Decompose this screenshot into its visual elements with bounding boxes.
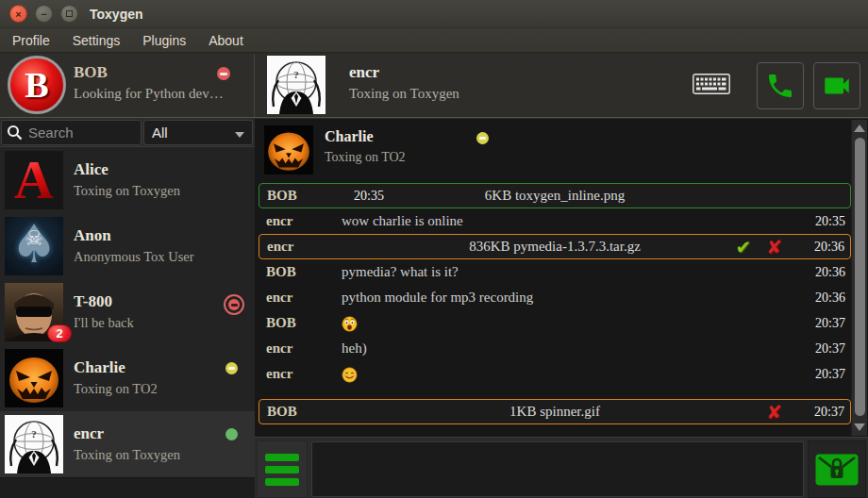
file-transfer-actions: ✔ ✘ (735, 238, 782, 257)
attachment-menu-button[interactable] (257, 440, 308, 498)
message-list: BOB 6KB toxygen_inline.png 20:35 encr wo… (259, 183, 851, 424)
active-chat-status-message: Toxing on Toxygen (349, 86, 459, 102)
menu-profile[interactable]: Profile (2, 33, 60, 48)
message-row: encr wow charlie is online 20:35 (259, 208, 851, 234)
file-transfer-label: 1KB spinner.gif (259, 404, 850, 420)
charlie-avatar (5, 349, 63, 407)
contact-name: Alice (74, 160, 108, 179)
chat-area: Charlie Toxing on TO2 BOB 6KB toxygen_in… (255, 119, 868, 437)
anonymous-avatar-icon: ? (5, 415, 63, 473)
message-smiley (342, 314, 804, 331)
close-window-icon[interactable]: × (9, 5, 27, 23)
unread-count-badge: 2 (47, 324, 72, 342)
away-status-icon (225, 362, 238, 374)
contact-row-charlie[interactable]: Charlie Toxing on TO2 (0, 345, 255, 411)
astonished-smiley-icon (342, 316, 358, 332)
encrypted-send-icon (814, 453, 860, 487)
chat-peer-header[interactable]: Charlie Toxing on TO2 (264, 125, 830, 176)
message-text: pymedia? what is it? (342, 264, 804, 280)
message-time: 20:37 (804, 316, 851, 331)
composer (255, 437, 868, 498)
contact-status-message: Toxing on Toxygen (74, 447, 180, 463)
message-time: 20:36 (804, 290, 851, 306)
maximize-window-icon[interactable] (60, 5, 78, 23)
chat-scrollbar[interactable] (851, 120, 867, 436)
menu-settings[interactable]: Settings (62, 33, 131, 48)
active-chat-info: ? encr Toxing on Toxygen (255, 54, 693, 117)
contact-row-encr[interactable]: ? encr Toxing on Toxygen (0, 411, 255, 477)
active-chat-name: encr (349, 63, 379, 82)
menubar: Profile Settings Plugins About (0, 28, 868, 53)
anon-avatar: ♠ ☠ (5, 217, 63, 275)
contacts-filter-dropdown[interactable]: All (143, 120, 253, 145)
contact-status-message: I'll be back (74, 315, 134, 331)
contact-status-message: Toxing on Toxygen (74, 183, 180, 199)
message-input[interactable] (311, 441, 804, 497)
chat-peer-avatar (264, 125, 313, 174)
scroll-up-icon[interactable] (854, 124, 865, 132)
alice-avatar-letter: A (14, 153, 54, 208)
file-transfer-row: encr 836KB pymedia-1.3.7.3.tar.gz ✔ ✘ 20… (259, 234, 851, 259)
file-transfer-row: BOB 1KB spinner.gif ✘ 20:37 (259, 399, 851, 424)
message-text: heh) (342, 340, 804, 357)
chevron-down-icon (235, 132, 244, 138)
contact-status-message: Toxing on TO2 (74, 381, 158, 397)
message-smiley (342, 365, 804, 382)
pumpkin-avatar-icon (264, 125, 313, 174)
scrollbar-thumb[interactable] (855, 138, 865, 416)
hamburger-menu-icon (265, 454, 299, 461)
video-camera-icon (821, 70, 853, 102)
search-row: All (0, 119, 255, 147)
file-transfer-actions: ✘ (766, 403, 782, 422)
message-time: 20:37 (804, 341, 851, 357)
search-icon (7, 124, 23, 141)
send-message-button[interactable] (808, 440, 866, 498)
message-sender: encr (259, 213, 342, 229)
contact-name: Charlie (74, 358, 125, 377)
contact-row-anon[interactable]: ♠ ☠ Anon Anonymous Tox User (0, 213, 255, 279)
message-text: python module for mp3 recording (342, 290, 804, 306)
message-row: encr python module for mp3 recording 20:… (259, 285, 851, 310)
screen-keyboard-button[interactable] (693, 74, 730, 98)
titlebar: × − Toxygen (0, 0, 868, 28)
self-status-message[interactable]: Looking for Python dev… (74, 86, 224, 102)
contact-name: Anon (74, 226, 111, 245)
message-sender: BOB (259, 264, 342, 280)
hamburger-menu-icon (265, 466, 299, 473)
online-status-icon (225, 428, 238, 440)
audio-call-button[interactable] (757, 62, 804, 109)
message-sender: encr (259, 290, 342, 306)
message-sender: BOB (259, 315, 342, 331)
cancel-file-button[interactable]: ✘ (766, 403, 782, 422)
contact-row-t800[interactable]: 2 T-800 I'll be back (0, 279, 255, 345)
decline-file-button[interactable]: ✘ (766, 238, 782, 257)
keyboard-icon (693, 74, 730, 94)
menu-plugins[interactable]: Plugins (132, 33, 196, 48)
scroll-down-icon[interactable] (854, 423, 865, 431)
away-status-icon (476, 132, 489, 144)
search-box (1, 120, 142, 145)
minimize-window-icon[interactable]: − (35, 5, 53, 23)
search-input[interactable] (28, 124, 123, 141)
svg-text:?: ? (31, 428, 37, 440)
smiling-smiley-icon (342, 367, 358, 383)
menu-about[interactable]: About (198, 33, 254, 48)
message-row: BOB pymedia? what is it? 20:36 (259, 259, 851, 285)
alice-avatar: A (5, 151, 63, 209)
active-chat-avatar: ? (267, 56, 326, 114)
contact-row-alice[interactable]: A Alice Toxing on Toxygen (0, 147, 255, 213)
message-time: 20:35 (804, 214, 851, 229)
self-status-busy-icon[interactable] (217, 67, 230, 80)
contact-name: encr (74, 424, 104, 443)
header-buttons (693, 54, 868, 117)
video-call-button[interactable] (813, 62, 860, 109)
busy-unread-status-icon (228, 299, 240, 310)
filter-value: All (152, 124, 168, 141)
message-row: encr heh) 20:37 (259, 336, 851, 361)
self-avatar[interactable]: B (8, 56, 66, 114)
accept-file-button[interactable]: ✔ (735, 238, 751, 257)
self-name[interactable]: BOB (74, 63, 108, 82)
svg-text:?: ? (293, 69, 299, 80)
message-sender: encr (259, 340, 342, 357)
self-avatar-letter: B (25, 64, 48, 106)
